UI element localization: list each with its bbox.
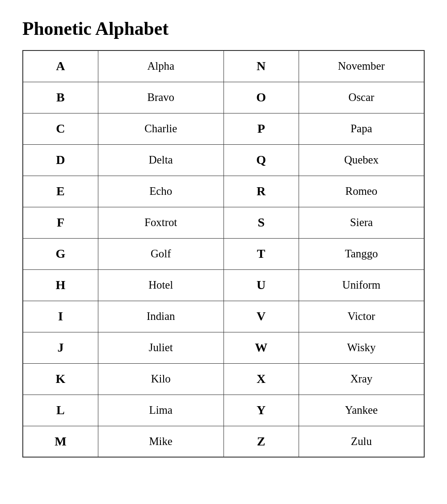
letter-col-left: M — [23, 426, 98, 457]
table-row: H Hotel U Uniform — [23, 269, 424, 301]
name-col-right: Quebex — [299, 144, 424, 176]
name-col-left: Hotel — [98, 269, 224, 301]
name-col-right: Romeo — [299, 176, 424, 207]
letter-col-right: O — [224, 82, 299, 113]
letter-col-left: B — [23, 82, 98, 113]
table-row: I Indian V Victor — [23, 301, 424, 332]
letter-col-left: F — [23, 207, 98, 238]
name-col-right: Xray — [299, 363, 424, 395]
letter-col-left: K — [23, 363, 98, 395]
letter-col-right: Z — [224, 426, 299, 457]
name-col-left: Juliet — [98, 332, 224, 363]
name-col-left: Lima — [98, 395, 224, 426]
name-col-right: Wisky — [299, 332, 424, 363]
name-col-left: Charlie — [98, 113, 224, 144]
table-row: B Bravo O Oscar — [23, 82, 424, 113]
letter-col-right: T — [224, 238, 299, 269]
name-col-left: Golf — [98, 238, 224, 269]
phonetic-alphabet-table: A Alpha N November B Bravo O Oscar C Cha… — [22, 50, 425, 458]
letter-col-left: L — [23, 395, 98, 426]
name-col-right: Papa — [299, 113, 424, 144]
table-row: M Mike Z Zulu — [23, 426, 424, 457]
letter-col-left: E — [23, 176, 98, 207]
table-row: L Lima Y Yankee — [23, 395, 424, 426]
letter-col-right: Q — [224, 144, 299, 176]
name-col-left: Bravo — [98, 82, 224, 113]
letter-col-right: Y — [224, 395, 299, 426]
table-row: D Delta Q Quebex — [23, 144, 424, 176]
table-row: K Kilo X Xray — [23, 363, 424, 395]
table-row: A Alpha N November — [23, 50, 424, 82]
table-row: C Charlie P Papa — [23, 113, 424, 144]
name-col-left: Mike — [98, 426, 224, 457]
name-col-right: Oscar — [299, 82, 424, 113]
table-row: G Golf T Tanggo — [23, 238, 424, 269]
name-col-left: Indian — [98, 301, 224, 332]
name-col-right: Tanggo — [299, 238, 424, 269]
name-col-left: Delta — [98, 144, 224, 176]
table-row: J Juliet W Wisky — [23, 332, 424, 363]
page-title: Phonetic Alphabet — [22, 18, 425, 39]
name-col-right: Yankee — [299, 395, 424, 426]
name-col-right: Victor — [299, 301, 424, 332]
letter-col-left: G — [23, 238, 98, 269]
name-col-left: Foxtrot — [98, 207, 224, 238]
name-col-left: Alpha — [98, 50, 224, 82]
letter-col-right: U — [224, 269, 299, 301]
letter-col-left: A — [23, 50, 98, 82]
letter-col-right: N — [224, 50, 299, 82]
table-row: E Echo R Romeo — [23, 176, 424, 207]
name-col-right: Uniform — [299, 269, 424, 301]
letter-col-right: V — [224, 301, 299, 332]
letter-col-right: W — [224, 332, 299, 363]
name-col-right: Zulu — [299, 426, 424, 457]
name-col-left: Kilo — [98, 363, 224, 395]
name-col-right: Siera — [299, 207, 424, 238]
letter-col-right: X — [224, 363, 299, 395]
table-row: F Foxtrot S Siera — [23, 207, 424, 238]
letter-col-left: J — [23, 332, 98, 363]
letter-col-right: S — [224, 207, 299, 238]
letter-col-right: P — [224, 113, 299, 144]
letter-col-left: I — [23, 301, 98, 332]
letter-col-left: H — [23, 269, 98, 301]
letter-col-right: R — [224, 176, 299, 207]
name-col-right: November — [299, 50, 424, 82]
letter-col-left: C — [23, 113, 98, 144]
letter-col-left: D — [23, 144, 98, 176]
name-col-left: Echo — [98, 176, 224, 207]
